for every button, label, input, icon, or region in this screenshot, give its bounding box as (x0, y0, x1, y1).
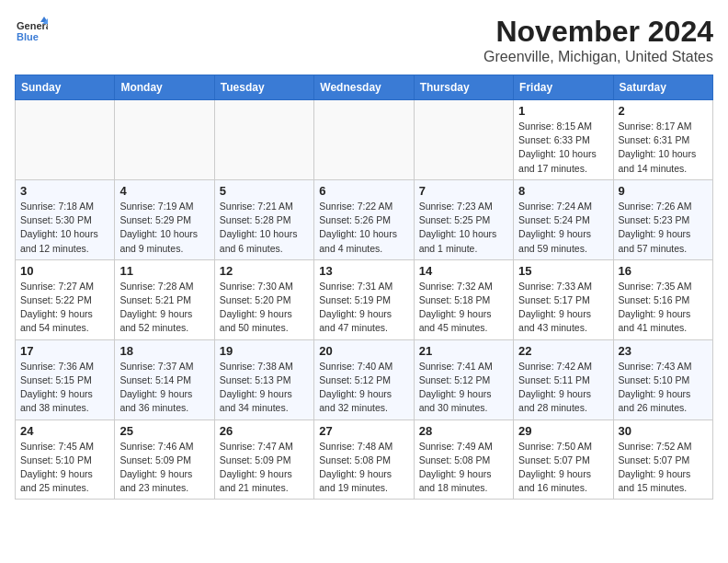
day-info: Sunrise: 7:31 AM Sunset: 5:19 PM Dayligh… (319, 280, 408, 336)
day-of-week-header: Thursday (414, 75, 513, 100)
day-info: Sunrise: 7:33 AM Sunset: 5:17 PM Dayligh… (518, 280, 608, 336)
calendar-header: General Blue November 2024 Greenville, M… (15, 15, 713, 65)
day-number: 15 (518, 264, 608, 278)
calendar-cell: 20Sunrise: 7:40 AM Sunset: 5:12 PM Dayli… (314, 339, 414, 419)
day-info: Sunrise: 7:27 AM Sunset: 5:22 PM Dayligh… (20, 280, 109, 336)
calendar-cell: 22Sunrise: 7:42 AM Sunset: 5:11 PM Dayli… (514, 339, 613, 419)
calendar-cell: 14Sunrise: 7:32 AM Sunset: 5:18 PM Dayli… (414, 259, 513, 339)
day-info: Sunrise: 7:30 AM Sunset: 5:20 PM Dayligh… (220, 280, 309, 336)
calendar-cell (115, 100, 214, 180)
day-number: 22 (518, 344, 608, 358)
calendar-cell: 26Sunrise: 7:47 AM Sunset: 5:09 PM Dayli… (214, 419, 313, 500)
day-number: 2 (619, 104, 708, 118)
day-number: 13 (319, 264, 408, 278)
day-info: Sunrise: 7:46 AM Sunset: 5:09 PM Dayligh… (119, 440, 209, 496)
day-number: 7 (419, 184, 508, 198)
day-info: Sunrise: 7:28 AM Sunset: 5:21 PM Dayligh… (119, 280, 209, 336)
calendar-cell: 29Sunrise: 7:50 AM Sunset: 5:07 PM Dayli… (514, 419, 613, 500)
calendar-cell: 1Sunrise: 8:15 AM Sunset: 6:33 PM Daylig… (514, 100, 613, 180)
day-of-week-header: Friday (514, 75, 613, 100)
day-number: 6 (319, 184, 408, 198)
calendar-cell: 24Sunrise: 7:45 AM Sunset: 5:10 PM Dayli… (16, 419, 115, 500)
day-info: Sunrise: 8:17 AM Sunset: 6:31 PM Dayligh… (619, 120, 708, 176)
calendar-cell: 30Sunrise: 7:52 AM Sunset: 5:07 PM Dayli… (613, 419, 712, 500)
day-of-week-header: Tuesday (214, 75, 313, 100)
calendar-cell: 6Sunrise: 7:22 AM Sunset: 5:26 PM Daylig… (314, 179, 414, 259)
day-info: Sunrise: 7:21 AM Sunset: 5:28 PM Dayligh… (220, 200, 309, 256)
calendar-cell: 18Sunrise: 7:37 AM Sunset: 5:14 PM Dayli… (115, 339, 214, 419)
day-number: 12 (220, 264, 309, 278)
day-number: 9 (619, 184, 708, 198)
day-number: 8 (518, 184, 608, 198)
calendar-cell: 10Sunrise: 7:27 AM Sunset: 5:22 PM Dayli… (16, 259, 115, 339)
calendar-cell: 3Sunrise: 7:18 AM Sunset: 5:30 PM Daylig… (16, 179, 115, 259)
calendar-cell: 2Sunrise: 8:17 AM Sunset: 6:31 PM Daylig… (613, 100, 712, 180)
day-number: 20 (319, 344, 408, 358)
calendar-cell: 7Sunrise: 7:23 AM Sunset: 5:25 PM Daylig… (414, 179, 513, 259)
day-info: Sunrise: 7:41 AM Sunset: 5:12 PM Dayligh… (419, 360, 508, 416)
calendar-week-row: 3Sunrise: 7:18 AM Sunset: 5:30 PM Daylig… (16, 179, 713, 259)
calendar-week-row: 10Sunrise: 7:27 AM Sunset: 5:22 PM Dayli… (16, 259, 713, 339)
title-area: November 2024 Greenville, Michigan, Unit… (483, 15, 713, 65)
day-info: Sunrise: 7:47 AM Sunset: 5:09 PM Dayligh… (220, 440, 309, 496)
calendar-cell: 25Sunrise: 7:46 AM Sunset: 5:09 PM Dayli… (115, 419, 214, 500)
day-number: 30 (619, 424, 708, 438)
calendar-week-row: 17Sunrise: 7:36 AM Sunset: 5:15 PM Dayli… (16, 339, 713, 419)
day-info: Sunrise: 7:23 AM Sunset: 5:25 PM Dayligh… (419, 200, 508, 256)
day-number: 18 (119, 344, 209, 358)
calendar-table: SundayMondayTuesdayWednesdayThursdayFrid… (15, 75, 713, 500)
day-info: Sunrise: 7:37 AM Sunset: 5:14 PM Dayligh… (119, 360, 209, 416)
day-info: Sunrise: 7:22 AM Sunset: 5:26 PM Dayligh… (319, 200, 408, 256)
calendar-cell: 11Sunrise: 7:28 AM Sunset: 5:21 PM Dayli… (115, 259, 214, 339)
calendar-cell: 23Sunrise: 7:43 AM Sunset: 5:10 PM Dayli… (613, 339, 712, 419)
day-info: Sunrise: 7:49 AM Sunset: 5:08 PM Dayligh… (419, 440, 508, 496)
day-number: 19 (220, 344, 309, 358)
day-number: 27 (319, 424, 408, 438)
day-number: 5 (220, 184, 309, 198)
day-info: Sunrise: 7:42 AM Sunset: 5:11 PM Dayligh… (518, 360, 608, 416)
calendar-cell: 4Sunrise: 7:19 AM Sunset: 5:29 PM Daylig… (115, 179, 214, 259)
location-title: Greenville, Michigan, United States (483, 49, 713, 65)
calendar-cell: 5Sunrise: 7:21 AM Sunset: 5:28 PM Daylig… (214, 179, 313, 259)
day-info: Sunrise: 7:26 AM Sunset: 5:23 PM Dayligh… (619, 200, 708, 256)
calendar-header-row: SundayMondayTuesdayWednesdayThursdayFrid… (16, 75, 713, 100)
day-info: Sunrise: 7:43 AM Sunset: 5:10 PM Dayligh… (619, 360, 708, 416)
day-of-week-header: Wednesday (314, 75, 414, 100)
calendar-cell: 28Sunrise: 7:49 AM Sunset: 5:08 PM Dayli… (414, 419, 513, 500)
day-info: Sunrise: 7:32 AM Sunset: 5:18 PM Dayligh… (419, 280, 508, 336)
logo: General Blue (15, 15, 48, 48)
day-info: Sunrise: 7:18 AM Sunset: 5:30 PM Dayligh… (20, 200, 109, 256)
day-number: 17 (20, 344, 109, 358)
day-info: Sunrise: 7:36 AM Sunset: 5:15 PM Dayligh… (20, 360, 109, 416)
calendar-cell (414, 100, 513, 180)
day-number: 16 (619, 264, 708, 278)
day-number: 26 (220, 424, 309, 438)
month-title: November 2024 (483, 15, 713, 49)
day-number: 10 (20, 264, 109, 278)
calendar-cell: 12Sunrise: 7:30 AM Sunset: 5:20 PM Dayli… (214, 259, 313, 339)
day-of-week-header: Sunday (16, 75, 115, 100)
calendar-cell: 19Sunrise: 7:38 AM Sunset: 5:13 PM Dayli… (214, 339, 313, 419)
day-number: 4 (119, 184, 209, 198)
day-info: Sunrise: 7:50 AM Sunset: 5:07 PM Dayligh… (518, 440, 608, 496)
general-blue-logo-icon: General Blue (15, 15, 48, 48)
day-number: 23 (619, 344, 708, 358)
day-number: 11 (119, 264, 209, 278)
calendar-week-row: 1Sunrise: 8:15 AM Sunset: 6:33 PM Daylig… (16, 100, 713, 180)
day-number: 25 (119, 424, 209, 438)
calendar-cell: 15Sunrise: 7:33 AM Sunset: 5:17 PM Dayli… (514, 259, 613, 339)
calendar-cell: 9Sunrise: 7:26 AM Sunset: 5:23 PM Daylig… (613, 179, 712, 259)
day-number: 1 (518, 104, 608, 118)
day-number: 14 (419, 264, 508, 278)
calendar-cell: 8Sunrise: 7:24 AM Sunset: 5:24 PM Daylig… (514, 179, 613, 259)
day-number: 3 (20, 184, 109, 198)
day-info: Sunrise: 7:40 AM Sunset: 5:12 PM Dayligh… (319, 360, 408, 416)
day-info: Sunrise: 8:15 AM Sunset: 6:33 PM Dayligh… (518, 120, 608, 176)
calendar-cell: 21Sunrise: 7:41 AM Sunset: 5:12 PM Dayli… (414, 339, 513, 419)
calendar-cell (314, 100, 414, 180)
day-info: Sunrise: 7:52 AM Sunset: 5:07 PM Dayligh… (619, 440, 708, 496)
calendar-cell: 16Sunrise: 7:35 AM Sunset: 5:16 PM Dayli… (613, 259, 712, 339)
day-info: Sunrise: 7:38 AM Sunset: 5:13 PM Dayligh… (220, 360, 309, 416)
day-of-week-header: Monday (115, 75, 214, 100)
svg-text:Blue: Blue (17, 31, 39, 42)
